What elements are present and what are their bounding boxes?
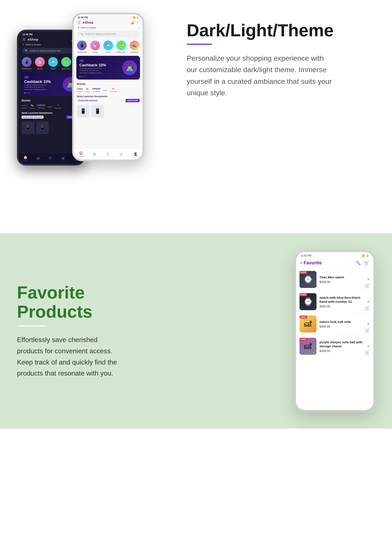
light-brands-row: Lenov Lenovo 🐆 Puma SAMSUNG Samsung Appl… (77, 87, 140, 93)
fav-search-icon[interactable]: 🔍 (355, 260, 361, 266)
light-chevron-icon: › (139, 27, 139, 29)
fav-close-4[interactable]: ✕ (367, 344, 370, 349)
fav-add-cart-2[interactable]: 🛒 (365, 306, 370, 311)
favorite-word: Favorite (17, 283, 85, 302)
light-home-icon: 🏠 (79, 151, 83, 155)
fav-info-2: watch-with-blue-face-black-band-with-num… (319, 295, 364, 308)
light-lenovo-label: Lenovo (77, 91, 83, 93)
light-dot-2 (81, 76, 83, 77)
light-apple-label: Apple (103, 89, 107, 91)
dark-puma-label: Puma (30, 107, 34, 109)
light-oneplus-label: One plus (110, 91, 117, 93)
fav-wifi-icon: 📶 (362, 254, 365, 257)
dark-cat-circle-home: 🏠 (48, 57, 58, 67)
dark-search-bar[interactable]: 🔍 Search for desired products here (22, 48, 80, 54)
light-bell-icon: 🔔 (131, 21, 134, 24)
dark-oneplus-label: One plus (55, 107, 61, 109)
fav-add-cart-1[interactable]: 🛒 (365, 283, 370, 288)
light-dot-1 (79, 76, 81, 77)
light-location-bar: 📍 Select a location › (74, 26, 143, 30)
phone-favorite-frame: 12:52 PM 📶 🔋 ‹ Favorite 🔍 🛒 (294, 250, 375, 412)
light-clock-icon: ⏱ (106, 152, 109, 156)
light-banner-person: 👨‍💻 (122, 60, 137, 75)
light-newly-title: Newly Launched Smartphones (77, 95, 108, 98)
dark-clock-icon: ⏱ (49, 157, 52, 160)
light-puma-logo: 🐆 (86, 87, 89, 90)
light-newly-section: Newly Launched Smartphones Instant 50% D… (74, 93, 143, 120)
light-cat-circle-babycare: 👶 (117, 41, 126, 50)
fav-item-purple-sofa: 0.00% 🛋 purple sleeper sofa bad with sto… (296, 335, 373, 358)
light-samsung-logo: SAMSUNG (92, 88, 100, 90)
fav-add-cart-4[interactable]: 🛒 (365, 350, 370, 355)
dark-nav-home[interactable]: 🏠 Home (23, 155, 28, 162)
dark-cart-icon: 🛒 (22, 37, 26, 41)
light-cat-label-drinks: Drinks (92, 51, 98, 53)
light-banner-title: Cashback 10% (79, 63, 106, 67)
dark-puma-logo: 🐆 (31, 104, 34, 107)
fav-close-2[interactable]: ✕ (367, 299, 370, 304)
light-nav-clock[interactable]: ⏱ (106, 152, 109, 156)
dark-app-name: eShop (28, 37, 38, 41)
light-category-babycare: 👶 Baby care (116, 41, 127, 53)
light-shop-now-btn[interactable]: SHOP NOW (126, 99, 140, 102)
dark-nav-clock[interactable]: ⏱ (49, 157, 52, 160)
fav-price-4: $459.00 (319, 349, 364, 353)
fav-item-sofa: 0.00% 🛋 nature look soft sofa $499.00 ✕ … (296, 313, 373, 335)
fav-name-1: Titan Men watch (319, 275, 364, 280)
light-bottom-nav: 🏠 Home ⊞ ⏱ 🛒 👤 (74, 149, 143, 159)
fav-info-1: Titan Men watch $299.00 (319, 275, 364, 284)
light-user-icon: 👤 (133, 152, 138, 156)
fav-close-1[interactable]: ✕ (367, 277, 370, 282)
dark-lenovo-logo: Lenov (22, 104, 27, 107)
dark-newly-title: Newly Launched Smartphones (22, 112, 53, 114)
dark-dot-2 (26, 92, 28, 93)
light-nav-user[interactable]: 👤 (133, 152, 138, 156)
light-oneplus-logo: 1+ (112, 87, 115, 90)
light-banner-subtitle: Challenge friends and join the competiti… (79, 67, 105, 74)
light-search-bar[interactable]: 🔍 Search for desired products here (77, 31, 139, 37)
dark-cat-circle-electronics: 📱 (22, 57, 32, 67)
dark-light-description: Personalize your shopping experience wit… (187, 52, 335, 99)
dark-discount-row: Instant 50% Discount SHOP NOW (22, 115, 80, 119)
light-product-thumb-1: 📱 (77, 105, 89, 117)
accent-underline-purple (187, 44, 212, 45)
light-nav-cart[interactable]: 🛒 (119, 152, 123, 156)
dark-category-electronics: 📱 Electronics (21, 57, 32, 70)
top-section: 12:46 PM 📶 🔋 🛒 eShop 🔔 ♡ (0, 0, 392, 233)
light-brand-lenovo: Lenov Lenovo (77, 87, 83, 93)
dark-nav-grid[interactable]: ⊞ (37, 156, 39, 160)
fav-add-cart-3[interactable]: 🛒 (365, 328, 370, 333)
light-gamepad-icon: 🎮 (81, 60, 83, 62)
fav-price-1: $299.00 (319, 280, 364, 284)
light-header-icons: 🔔 ♡ (131, 21, 139, 24)
light-status-bar: 12:46 PM 📶 🔋 (74, 14, 143, 19)
light-nav-grid[interactable]: ⊞ (93, 152, 96, 156)
light-product-thumb-2: 📱 (91, 105, 104, 117)
fav-name-2: watch-with-blue-face-black-band-with-num… (319, 295, 364, 304)
fav-close-3[interactable]: ✕ (367, 322, 370, 326)
dark-cat-label-home: Home (51, 68, 56, 70)
dark-samsung-label: Samsung (37, 107, 45, 109)
light-brand-puma: 🐆 Puma (85, 87, 89, 93)
light-nav-home[interactable]: 🏠 Home (79, 151, 83, 157)
dark-pin-icon: 📍 (22, 43, 25, 46)
dark-brand-puma: 🐆 Puma (30, 104, 34, 109)
favorite-phone-container: 12:52 PM 📶 🔋 ‹ Favorite 🔍 🛒 (140, 250, 375, 412)
dark-grid-icon: ⊞ (37, 156, 39, 160)
dark-cat-label-drinks: Drinks (37, 68, 43, 70)
light-location-text: 📍 Select a location (77, 27, 96, 29)
light-cat-label-home: Home (106, 51, 111, 53)
fav-cart-icon[interactable]: 🛒 (364, 260, 369, 266)
fav-header: ‹ Favorite 🔍 🛒 (296, 258, 373, 268)
dark-search-icon: 🔍 (25, 49, 28, 52)
dark-nav-cart[interactable]: 🛒 (61, 156, 65, 160)
favorite-title: Favorite Products (17, 283, 123, 321)
light-cashback-banner: 🎮 Cashback 10% Challenge friends and joi… (76, 56, 140, 79)
phones-container: 12:46 PM 📶 🔋 🛒 eShop 🔔 ♡ (17, 13, 165, 165)
feature-title-light: Theme (277, 21, 333, 40)
feature-title-slash: / (273, 21, 277, 40)
dark-search-placeholder: Search for desired products here (30, 50, 61, 52)
fav-back-icon[interactable]: ‹ (300, 260, 302, 266)
fav-item-blue-watch: 0.00% ⌚ watch-with-blue-face-black-band-… (296, 291, 373, 313)
light-dot-3 (84, 76, 85, 77)
